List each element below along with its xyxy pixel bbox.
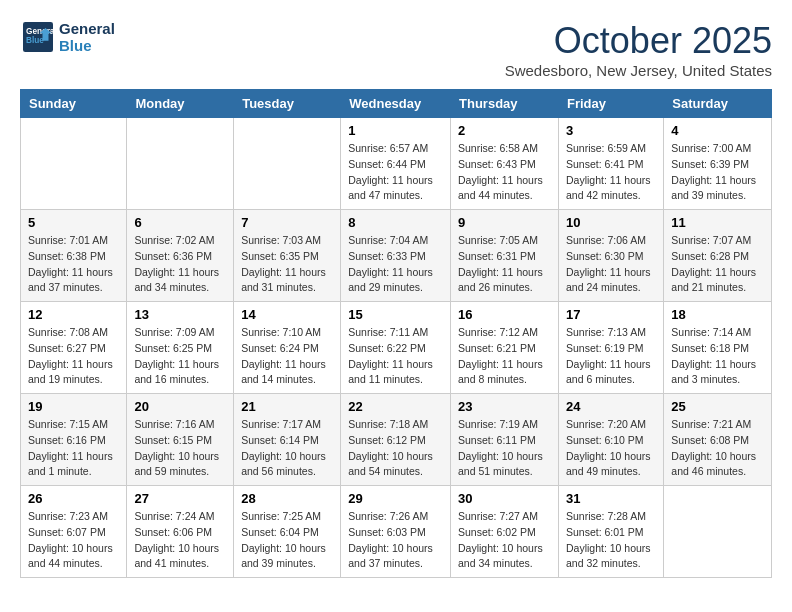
week-row-5: 26Sunrise: 7:23 AM Sunset: 6:07 PM Dayli… [21, 486, 772, 578]
calendar-cell: 2Sunrise: 6:58 AM Sunset: 6:43 PM Daylig… [451, 118, 559, 210]
day-info: Sunrise: 6:58 AM Sunset: 6:43 PM Dayligh… [458, 141, 551, 204]
day-number: 6 [134, 215, 226, 230]
logo-text-blue: Blue [59, 37, 115, 54]
day-number: 15 [348, 307, 443, 322]
day-number: 23 [458, 399, 551, 414]
day-info: Sunrise: 7:25 AM Sunset: 6:04 PM Dayligh… [241, 509, 333, 572]
logo-text-general: General [59, 20, 115, 37]
calendar-cell [21, 118, 127, 210]
day-info: Sunrise: 7:01 AM Sunset: 6:38 PM Dayligh… [28, 233, 119, 296]
calendar-cell: 19Sunrise: 7:15 AM Sunset: 6:16 PM Dayli… [21, 394, 127, 486]
calendar-cell: 17Sunrise: 7:13 AM Sunset: 6:19 PM Dayli… [558, 302, 663, 394]
calendar-cell: 18Sunrise: 7:14 AM Sunset: 6:18 PM Dayli… [664, 302, 772, 394]
day-info: Sunrise: 7:17 AM Sunset: 6:14 PM Dayligh… [241, 417, 333, 480]
day-info: Sunrise: 7:10 AM Sunset: 6:24 PM Dayligh… [241, 325, 333, 388]
calendar-cell [664, 486, 772, 578]
day-number: 17 [566, 307, 656, 322]
day-number: 12 [28, 307, 119, 322]
location: Swedesboro, New Jersey, United States [505, 62, 772, 79]
calendar-cell: 29Sunrise: 7:26 AM Sunset: 6:03 PM Dayli… [341, 486, 451, 578]
day-number: 1 [348, 123, 443, 138]
day-number: 18 [671, 307, 764, 322]
day-info: Sunrise: 6:59 AM Sunset: 6:41 PM Dayligh… [566, 141, 656, 204]
day-info: Sunrise: 7:13 AM Sunset: 6:19 PM Dayligh… [566, 325, 656, 388]
calendar-cell: 20Sunrise: 7:16 AM Sunset: 6:15 PM Dayli… [127, 394, 234, 486]
day-info: Sunrise: 7:21 AM Sunset: 6:08 PM Dayligh… [671, 417, 764, 480]
header-row: SundayMondayTuesdayWednesdayThursdayFrid… [21, 90, 772, 118]
header-day-friday: Friday [558, 90, 663, 118]
header-day-sunday: Sunday [21, 90, 127, 118]
calendar-cell: 24Sunrise: 7:20 AM Sunset: 6:10 PM Dayli… [558, 394, 663, 486]
calendar-cell: 28Sunrise: 7:25 AM Sunset: 6:04 PM Dayli… [234, 486, 341, 578]
day-info: Sunrise: 7:05 AM Sunset: 6:31 PM Dayligh… [458, 233, 551, 296]
calendar-cell: 4Sunrise: 7:00 AM Sunset: 6:39 PM Daylig… [664, 118, 772, 210]
day-number: 31 [566, 491, 656, 506]
calendar-cell: 7Sunrise: 7:03 AM Sunset: 6:35 PM Daylig… [234, 210, 341, 302]
day-number: 3 [566, 123, 656, 138]
day-number: 27 [134, 491, 226, 506]
day-info: Sunrise: 7:16 AM Sunset: 6:15 PM Dayligh… [134, 417, 226, 480]
day-number: 5 [28, 215, 119, 230]
day-number: 28 [241, 491, 333, 506]
day-number: 14 [241, 307, 333, 322]
day-number: 9 [458, 215, 551, 230]
day-info: Sunrise: 7:02 AM Sunset: 6:36 PM Dayligh… [134, 233, 226, 296]
day-info: Sunrise: 7:24 AM Sunset: 6:06 PM Dayligh… [134, 509, 226, 572]
week-row-4: 19Sunrise: 7:15 AM Sunset: 6:16 PM Dayli… [21, 394, 772, 486]
calendar-cell: 13Sunrise: 7:09 AM Sunset: 6:25 PM Dayli… [127, 302, 234, 394]
calendar-cell: 3Sunrise: 6:59 AM Sunset: 6:41 PM Daylig… [558, 118, 663, 210]
calendar-cell: 1Sunrise: 6:57 AM Sunset: 6:44 PM Daylig… [341, 118, 451, 210]
calendar-cell: 9Sunrise: 7:05 AM Sunset: 6:31 PM Daylig… [451, 210, 559, 302]
day-info: Sunrise: 7:26 AM Sunset: 6:03 PM Dayligh… [348, 509, 443, 572]
day-number: 30 [458, 491, 551, 506]
day-number: 26 [28, 491, 119, 506]
calendar-cell: 14Sunrise: 7:10 AM Sunset: 6:24 PM Dayli… [234, 302, 341, 394]
calendar-cell: 12Sunrise: 7:08 AM Sunset: 6:27 PM Dayli… [21, 302, 127, 394]
calendar-cell: 10Sunrise: 7:06 AM Sunset: 6:30 PM Dayli… [558, 210, 663, 302]
day-info: Sunrise: 6:57 AM Sunset: 6:44 PM Dayligh… [348, 141, 443, 204]
day-number: 13 [134, 307, 226, 322]
calendar-table: SundayMondayTuesdayWednesdayThursdayFrid… [20, 89, 772, 578]
day-info: Sunrise: 7:07 AM Sunset: 6:28 PM Dayligh… [671, 233, 764, 296]
logo-icon: General Blue [23, 22, 53, 52]
day-number: 24 [566, 399, 656, 414]
calendar-cell: 11Sunrise: 7:07 AM Sunset: 6:28 PM Dayli… [664, 210, 772, 302]
day-info: Sunrise: 7:18 AM Sunset: 6:12 PM Dayligh… [348, 417, 443, 480]
day-info: Sunrise: 7:20 AM Sunset: 6:10 PM Dayligh… [566, 417, 656, 480]
day-info: Sunrise: 7:14 AM Sunset: 6:18 PM Dayligh… [671, 325, 764, 388]
day-number: 7 [241, 215, 333, 230]
day-info: Sunrise: 7:23 AM Sunset: 6:07 PM Dayligh… [28, 509, 119, 572]
day-number: 11 [671, 215, 764, 230]
calendar-cell: 27Sunrise: 7:24 AM Sunset: 6:06 PM Dayli… [127, 486, 234, 578]
logo: General Blue General Blue [20, 20, 115, 54]
calendar-cell [234, 118, 341, 210]
day-number: 20 [134, 399, 226, 414]
calendar-cell: 8Sunrise: 7:04 AM Sunset: 6:33 PM Daylig… [341, 210, 451, 302]
day-info: Sunrise: 7:00 AM Sunset: 6:39 PM Dayligh… [671, 141, 764, 204]
day-info: Sunrise: 7:08 AM Sunset: 6:27 PM Dayligh… [28, 325, 119, 388]
day-number: 21 [241, 399, 333, 414]
day-info: Sunrise: 7:28 AM Sunset: 6:01 PM Dayligh… [566, 509, 656, 572]
header-day-saturday: Saturday [664, 90, 772, 118]
day-info: Sunrise: 7:27 AM Sunset: 6:02 PM Dayligh… [458, 509, 551, 572]
week-row-3: 12Sunrise: 7:08 AM Sunset: 6:27 PM Dayli… [21, 302, 772, 394]
day-number: 25 [671, 399, 764, 414]
month-title: October 2025 [505, 20, 772, 62]
day-info: Sunrise: 7:09 AM Sunset: 6:25 PM Dayligh… [134, 325, 226, 388]
week-row-2: 5Sunrise: 7:01 AM Sunset: 6:38 PM Daylig… [21, 210, 772, 302]
header-day-tuesday: Tuesday [234, 90, 341, 118]
calendar-cell: 15Sunrise: 7:11 AM Sunset: 6:22 PM Dayli… [341, 302, 451, 394]
calendar-cell [127, 118, 234, 210]
day-number: 4 [671, 123, 764, 138]
day-info: Sunrise: 7:11 AM Sunset: 6:22 PM Dayligh… [348, 325, 443, 388]
day-info: Sunrise: 7:19 AM Sunset: 6:11 PM Dayligh… [458, 417, 551, 480]
header-day-wednesday: Wednesday [341, 90, 451, 118]
calendar-cell: 30Sunrise: 7:27 AM Sunset: 6:02 PM Dayli… [451, 486, 559, 578]
calendar-cell: 25Sunrise: 7:21 AM Sunset: 6:08 PM Dayli… [664, 394, 772, 486]
day-info: Sunrise: 7:12 AM Sunset: 6:21 PM Dayligh… [458, 325, 551, 388]
day-number: 16 [458, 307, 551, 322]
calendar-cell: 21Sunrise: 7:17 AM Sunset: 6:14 PM Dayli… [234, 394, 341, 486]
day-number: 29 [348, 491, 443, 506]
day-number: 10 [566, 215, 656, 230]
day-number: 19 [28, 399, 119, 414]
